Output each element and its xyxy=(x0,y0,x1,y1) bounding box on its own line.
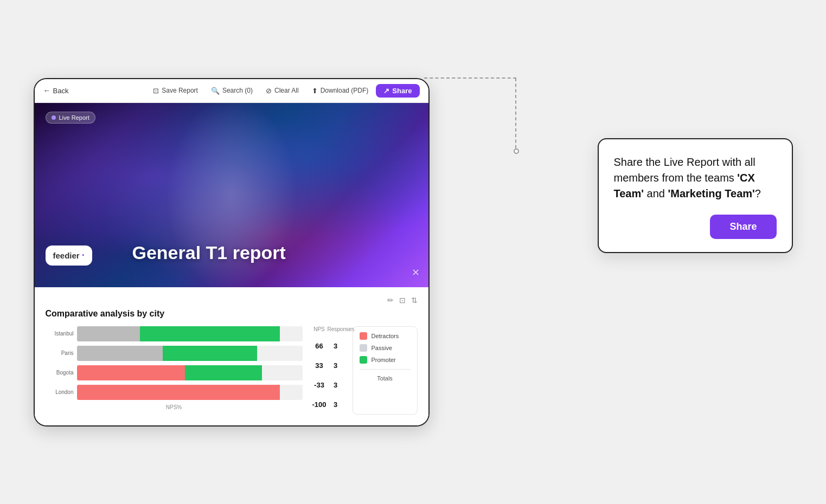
bar-passive-istanbul xyxy=(77,326,140,341)
promoter-label: Promoter xyxy=(372,357,396,363)
stats-row-paris: 33 3 xyxy=(311,356,344,376)
city-label-paris: Paris xyxy=(46,350,74,356)
download-button[interactable]: ⬆ Download (PDF) xyxy=(306,85,374,97)
back-arrow-icon: ← xyxy=(43,86,51,95)
share-button[interactable]: ↗ Share xyxy=(376,84,419,98)
nps-istanbul: 66 xyxy=(311,342,328,350)
logo-dot-icon: · xyxy=(82,250,85,261)
chart-area: ✏ ⊡ ⇅ Comparative analysis by city Istan… xyxy=(35,287,428,425)
bar-istanbul xyxy=(77,326,303,341)
clear-button[interactable]: ⊘ Clear All xyxy=(260,85,304,97)
resp-bogota: 3 xyxy=(328,381,344,389)
connector-line xyxy=(424,77,516,79)
save-report-button[interactable]: ⊡ Save Report xyxy=(148,85,203,97)
passive-color-swatch xyxy=(360,344,367,352)
bar-promoter-bogota xyxy=(185,365,261,380)
download-label: Download (PDF) xyxy=(321,87,369,94)
resp-istanbul: 3 xyxy=(328,342,344,350)
connector-dot xyxy=(514,148,519,154)
scene: ← Back ⊡ Save Report 🔍 Search (0) ⊘ Clea… xyxy=(34,19,793,485)
bar-detractor-bogota xyxy=(77,365,185,380)
stats-header: NPS Responses xyxy=(311,326,344,332)
nps-paris: 33 xyxy=(311,361,328,370)
resp-london: 3 xyxy=(328,400,344,409)
axis-label: NPS% xyxy=(46,404,303,410)
legend-promoter: Promoter xyxy=(360,356,411,364)
download-icon: ⬆ xyxy=(312,87,318,95)
share-tooltip-card: Share the Live Report with all members f… xyxy=(598,138,793,253)
city-label-bogota: Bogota xyxy=(46,370,74,376)
clear-icon: ⊘ xyxy=(266,87,272,95)
search-button[interactable]: 🔍 Search (0) xyxy=(206,85,258,97)
save-label: Save Report xyxy=(162,87,198,94)
share-confirm-button[interactable]: Share xyxy=(710,215,776,239)
bar-passive-paris xyxy=(77,346,163,361)
chart-legend: Detractors Passive Promoter Totals xyxy=(353,326,418,415)
move-icon[interactable]: ⇅ xyxy=(411,296,418,305)
stats-row-london: -100 3 xyxy=(311,395,344,415)
table-row: Istanbul xyxy=(46,326,303,341)
back-button[interactable]: ← Back xyxy=(43,86,69,95)
report-title: General T1 report xyxy=(132,242,286,263)
marketing-team-name: 'Marketing Team' xyxy=(668,188,755,199)
legend-divider xyxy=(360,369,411,370)
bar-promoter-paris xyxy=(163,346,258,361)
detractors-label: Detractors xyxy=(372,333,399,339)
nps-london: -100 xyxy=(311,400,328,409)
hero-banner: Live Report feedier· General T1 report ✕ xyxy=(35,103,428,287)
share-icon: ↗ xyxy=(383,87,389,95)
search-label: Search (0) xyxy=(222,87,253,94)
chart-stats: NPS Responses 66 3 33 3 -33 3 xyxy=(311,326,344,415)
share-card-text: Share the Live Report with all members f… xyxy=(614,154,777,202)
chart-title: Comparative analysis by city xyxy=(46,309,418,319)
bar-paris xyxy=(77,346,303,361)
stats-row-bogota: -33 3 xyxy=(311,376,344,395)
edit-icon[interactable]: ✏ xyxy=(387,296,394,305)
nps-bogota: -33 xyxy=(311,381,328,389)
tablet-report: ← Back ⊡ Save Report 🔍 Search (0) ⊘ Clea… xyxy=(34,78,430,427)
bar-promoter-istanbul xyxy=(140,326,280,341)
stats-row-istanbul: 66 3 xyxy=(311,337,344,356)
toolbar: ← Back ⊡ Save Report 🔍 Search (0) ⊘ Clea… xyxy=(35,79,428,103)
back-label: Back xyxy=(53,87,69,95)
feedier-logo: feedier· xyxy=(46,245,92,266)
copy-icon[interactable]: ⊡ xyxy=(399,296,406,305)
legend-detractors: Detractors xyxy=(360,332,411,340)
chart-content: Istanbul Paris xyxy=(46,326,418,415)
table-row: Paris xyxy=(46,346,303,361)
legend-totals: Totals xyxy=(360,375,411,382)
share-label: Share xyxy=(392,87,412,95)
table-row: London xyxy=(46,385,303,400)
resp-paris: 3 xyxy=(328,361,344,370)
legend-passive: Passive xyxy=(360,344,411,352)
city-label-istanbul: Istanbul xyxy=(46,331,74,337)
search-icon: 🔍 xyxy=(211,87,220,95)
city-label-london: London xyxy=(46,389,74,395)
bar-bogota xyxy=(77,365,303,380)
save-icon: ⊡ xyxy=(153,87,159,95)
chart-toolbar: ✏ ⊡ ⇅ xyxy=(46,296,418,305)
live-badge-label: Live Report xyxy=(59,114,89,121)
clear-label: Clear All xyxy=(274,87,299,94)
live-dot-icon xyxy=(52,115,56,120)
close-icon[interactable]: ✕ xyxy=(412,267,420,279)
detractors-color-swatch xyxy=(360,332,367,340)
logo-text: feedier xyxy=(53,251,80,260)
col-responses-label: Responses xyxy=(328,326,344,332)
promoter-color-swatch xyxy=(360,356,367,364)
col-nps-label: NPS xyxy=(311,326,328,332)
table-row: Bogota xyxy=(46,365,303,380)
bar-detractor-london xyxy=(77,385,280,400)
bar-chart: Istanbul Paris xyxy=(46,326,303,415)
passive-label: Passive xyxy=(372,345,393,351)
bar-london xyxy=(77,385,303,400)
live-badge: Live Report xyxy=(46,112,95,124)
